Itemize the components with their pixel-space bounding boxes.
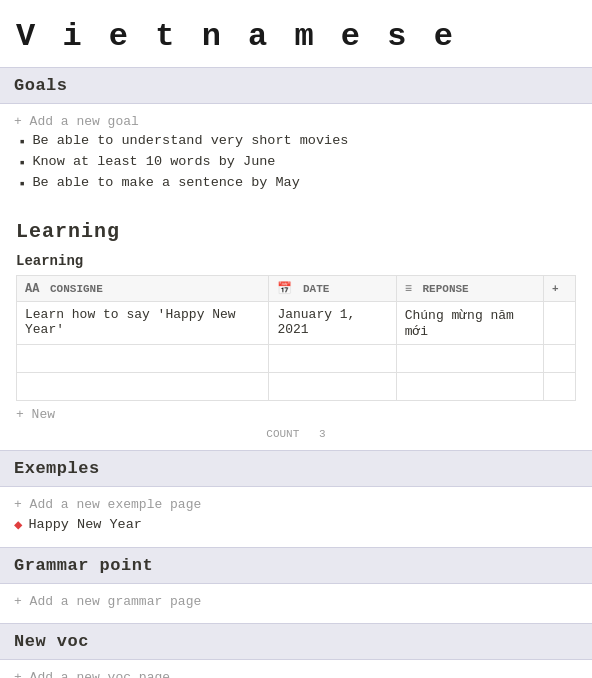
exemples-section: Exemples Add a new exemple page ◆ Happy … xyxy=(0,450,592,547)
calendar-icon: 📅 xyxy=(277,282,292,296)
cell-consigne-3[interactable] xyxy=(17,373,269,401)
goal-text-2: Know at least 10 words by June xyxy=(32,154,275,169)
add-voc-link[interactable]: Add a new voc page xyxy=(14,668,578,678)
aa-icon: Aa xyxy=(25,282,39,296)
diamond-icon-1: ◆ xyxy=(14,516,22,533)
learning-title: Learning xyxy=(16,220,576,243)
cell-reponse-2[interactable] xyxy=(396,345,543,373)
goals-section-body: Add a new goal ▪ Be able to understand v… xyxy=(0,104,592,206)
add-new-row-button[interactable]: + New xyxy=(16,401,576,424)
count-text: COUNT xyxy=(266,428,299,440)
cell-extra-1 xyxy=(544,302,576,345)
learning-section: Learning Learning Aa CONSIGNE 📅 DATE ≡ R… xyxy=(0,206,592,450)
bullet-dot-2: ▪ xyxy=(18,155,26,171)
grammar-section-header: Grammar point xyxy=(0,547,592,584)
col-consigne[interactable]: Aa CONSIGNE xyxy=(17,276,269,302)
exemple-page-1[interactable]: ◆ Happy New Year xyxy=(14,514,578,535)
learning-table: Aa CONSIGNE 📅 DATE ≡ REPONSE + Learn how… xyxy=(16,275,576,401)
new-voc-section: New voc Add a new voc page ◆ Happy New y… xyxy=(0,623,592,678)
page-title: V i e t n a m e s e xyxy=(0,0,592,67)
cell-reponse-3[interactable] xyxy=(396,373,543,401)
table-row xyxy=(17,345,576,373)
cell-consigne-1[interactable]: Learn how to say 'Happy New Year' xyxy=(17,302,269,345)
cell-date-1[interactable]: January 1, 2021 xyxy=(269,302,396,345)
learning-table-title: Learning xyxy=(16,253,576,269)
goal-item-3: ▪ Be able to make a sentence by May xyxy=(14,173,578,194)
col-date[interactable]: 📅 DATE xyxy=(269,276,396,302)
table-row: Learn how to say 'Happy New Year' Januar… xyxy=(17,302,576,345)
col-add[interactable]: + xyxy=(544,276,576,302)
goal-item-1: ▪ Be able to understand very short movie… xyxy=(14,131,578,152)
exemples-section-header: Exemples xyxy=(0,450,592,487)
bullet-dot-1: ▪ xyxy=(18,134,26,150)
col-consigne-label: CONSIGNE xyxy=(50,283,103,295)
add-col-icon: + xyxy=(552,283,559,295)
grammar-section: Grammar point Add a new grammar page xyxy=(0,547,592,623)
bullet-dot-3: ▪ xyxy=(18,176,26,192)
add-grammar-link[interactable]: Add a new grammar page xyxy=(14,592,578,611)
col-reponse[interactable]: ≡ REPONSE xyxy=(396,276,543,302)
cell-date-3[interactable] xyxy=(269,373,396,401)
cell-extra-3 xyxy=(544,373,576,401)
cell-extra-2 xyxy=(544,345,576,373)
new-voc-section-body: Add a new voc page ◆ Happy New year xyxy=(0,660,592,678)
exemples-section-body: Add a new exemple page ◆ Happy New Year xyxy=(0,487,592,547)
table-row xyxy=(17,373,576,401)
add-goal-link[interactable]: Add a new goal xyxy=(14,112,578,131)
exemple-page-label-1: Happy New Year xyxy=(28,517,141,532)
add-exemple-link[interactable]: Add a new exemple page xyxy=(14,495,578,514)
goals-section: Goals Add a new goal ▪ Be able to unders… xyxy=(0,67,592,206)
grammar-section-body: Add a new grammar page xyxy=(0,584,592,623)
goal-item-2: ▪ Know at least 10 words by June xyxy=(14,152,578,173)
cell-date-2[interactable] xyxy=(269,345,396,373)
goals-section-header: Goals xyxy=(0,67,592,104)
goal-text-1: Be able to understand very short movies xyxy=(32,133,348,148)
new-voc-section-header: New voc xyxy=(0,623,592,660)
goal-text-3: Be able to make a sentence by May xyxy=(32,175,299,190)
list-icon: ≡ xyxy=(405,282,412,296)
cell-reponse-1[interactable]: Chúng mừng năm mới xyxy=(396,302,543,345)
col-reponse-label: REPONSE xyxy=(422,283,468,295)
count-label: COUNT 3 xyxy=(16,424,576,450)
count-value: 3 xyxy=(319,428,326,440)
cell-consigne-2[interactable] xyxy=(17,345,269,373)
col-date-label: DATE xyxy=(303,283,329,295)
